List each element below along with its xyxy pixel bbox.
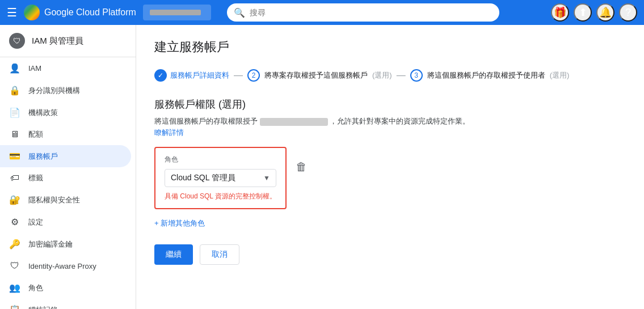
- sidebar-item-settings[interactable]: ⚙ 設定: [0, 211, 131, 233]
- sidebar-label-org-policy: 機構政策: [28, 108, 58, 118]
- sidebar-item-encryption[interactable]: 🔑 加密編譯金鑰: [0, 233, 131, 255]
- sidebar-label-encryption: 加密編譯金鑰: [28, 239, 73, 249]
- role-selected-value: Cloud SQL 管理員: [171, 173, 235, 183]
- sidebar-label-roles: 角色: [28, 283, 43, 293]
- step-1-completed: ✓ 服務帳戶詳細資料: [154, 69, 229, 82]
- add-role-label: + 新增其他角色: [154, 218, 205, 228]
- dropdown-arrow-icon: ▼: [263, 174, 270, 182]
- gift-icon-button[interactable]: 🎁: [551, 3, 569, 22]
- role-field-label: 角色: [165, 155, 276, 164]
- privacy-icon: 🔐: [9, 194, 20, 205]
- step-3-num: 3: [410, 69, 423, 82]
- main-content: 建立服務帳戶 ✓ 服務帳戶詳細資料 — 2 將專案存取權授予這個服務帳戶 (選用…: [136, 25, 644, 309]
- google-logo: [24, 5, 40, 20]
- sidebar-item-quota[interactable]: 🖥 配額: [0, 124, 131, 145]
- iam-icon: 👤: [9, 63, 20, 74]
- top-navigation: ☰ Google Cloud Platform 🔍 🎁 ⬆ 🔔 ?: [0, 0, 644, 25]
- sidebar-label-settings: 設定: [28, 217, 43, 227]
- bell-icon-button[interactable]: 🔔: [596, 3, 614, 22]
- upload-icon-button[interactable]: ⬆: [574, 3, 592, 22]
- sidebar-label-identity: 身分識別與機構: [28, 86, 80, 96]
- org-policy-icon: 📄: [9, 107, 20, 118]
- sidebar-label-labels: 標籤: [28, 173, 43, 183]
- step-arrow-1: —: [234, 70, 243, 81]
- blurred-account-name: [260, 118, 328, 126]
- section-desc-suffix: ，允許其針對專案中的資源完成特定作業。: [330, 117, 470, 125]
- project-selector[interactable]: [143, 5, 211, 20]
- search-icon: 🔍: [234, 7, 245, 18]
- sidebar-item-iam[interactable]: 👤 IAM: [0, 57, 131, 79]
- page-title: 建立服務帳戶: [154, 39, 626, 56]
- sidebar-label-iap: Identity-Aware Proxy: [28, 262, 96, 270]
- learn-more-link[interactable]: 瞭解詳情: [154, 128, 184, 137]
- sidebar-header: 🛡 IAM 與管理員: [0, 25, 136, 57]
- action-buttons: 繼續 取消: [154, 244, 626, 265]
- sidebar-header-label: IAM 與管理員: [32, 36, 83, 46]
- labels-icon: 🏷: [9, 173, 20, 183]
- audit-icon: 📋: [9, 304, 20, 309]
- sidebar-label-iam: IAM: [28, 64, 41, 73]
- steps-indicator: ✓ 服務帳戶詳細資料 — 2 將專案存取權授予這個服務帳戶 (選用) — 3 將…: [154, 69, 626, 82]
- sidebar-item-audit[interactable]: 📋 稽核記錄: [0, 299, 131, 309]
- role-description: 具備 Cloud SQL 資源的完整控制權。: [165, 192, 276, 201]
- add-role-button[interactable]: + 新增其他角色: [154, 218, 626, 228]
- step-2-optional: (選用): [372, 70, 392, 81]
- sidebar-item-service-accounts[interactable]: 💳 服務帳戶: [0, 145, 131, 167]
- sidebar-label-service-accounts: 服務帳戶: [28, 151, 58, 162]
- section-title: 服務帳戶權限 (選用): [154, 98, 626, 111]
- encryption-icon: 🔑: [9, 239, 20, 249]
- continue-button[interactable]: 繼續: [154, 244, 193, 265]
- nav-icons: 🎁 ⬆ 🔔 ?: [551, 3, 637, 22]
- quota-icon: 🖥: [9, 129, 20, 139]
- step-arrow-2: —: [397, 70, 406, 81]
- brand-area: Google Cloud Platform: [24, 5, 136, 20]
- menu-icon[interactable]: ☰: [7, 6, 17, 19]
- sidebar-label-privacy: 隱私權與安全性: [28, 195, 80, 205]
- identity-icon: 🔒: [9, 85, 20, 96]
- roles-icon: 👥: [9, 282, 20, 293]
- step-1-check: ✓: [154, 69, 167, 82]
- step-2-num: 2: [247, 69, 260, 82]
- section-description: 將這個服務帳戶的存取權限授予 ，允許其針對專案中的資源完成特定作業。 瞭解詳情: [154, 116, 626, 138]
- sidebar-header-icon: 🛡: [9, 33, 25, 49]
- settings-icon: ⚙: [9, 217, 20, 227]
- sidebar-item-labels[interactable]: 🏷 標籤: [0, 167, 131, 189]
- help-icon-button[interactable]: ?: [619, 3, 637, 22]
- step-3-optional: (選用): [550, 70, 570, 81]
- search-bar: 🔍: [227, 3, 499, 22]
- role-row: 角色 Cloud SQL 管理員 ▼ 具備 Cloud SQL 資源的完整控制權…: [154, 147, 626, 218]
- main-layout: 🛡 IAM 與管理員 👤 IAM 🔒 身分識別與機構 📄 機構政策 🖥 配額 💳…: [0, 25, 644, 309]
- brand-title: Google Cloud Platform: [44, 7, 136, 18]
- search-input[interactable]: [250, 8, 493, 17]
- step-1-label: 服務帳戶詳細資料: [170, 70, 229, 81]
- sidebar-item-roles[interactable]: 👥 角色: [0, 277, 131, 299]
- role-dropdown[interactable]: Cloud SQL 管理員 ▼: [165, 169, 276, 187]
- delete-role-button[interactable]: 🗑: [296, 160, 307, 173]
- step-3-label: 將這個服務帳戶的存取權授予使用者: [427, 70, 545, 81]
- sidebar-item-iap[interactable]: 🛡 Identity-Aware Proxy: [0, 255, 131, 277]
- sidebar-item-identity[interactable]: 🔒 身分識別與機構: [0, 79, 131, 101]
- sidebar-label-audit: 稽核記錄: [28, 305, 58, 310]
- cancel-button[interactable]: 取消: [200, 244, 239, 265]
- iap-icon: 🛡: [9, 261, 20, 271]
- sidebar-item-org-policy[interactable]: 📄 機構政策: [0, 101, 131, 124]
- service-accounts-icon: 💳: [9, 151, 20, 162]
- sidebar-item-privacy[interactable]: 🔐 隱私權與安全性: [0, 189, 131, 211]
- section-desc-prefix: 將這個服務帳戶的存取權限授予: [154, 117, 258, 125]
- role-box: 角色 Cloud SQL 管理員 ▼ 具備 Cloud SQL 資源的完整控制權…: [154, 147, 287, 209]
- sidebar-label-quota: 配額: [28, 129, 43, 139]
- sidebar: 🛡 IAM 與管理員 👤 IAM 🔒 身分識別與機構 📄 機構政策 🖥 配額 💳…: [0, 25, 136, 309]
- step-2-label: 將專案存取權授予這個服務帳戶: [264, 70, 368, 81]
